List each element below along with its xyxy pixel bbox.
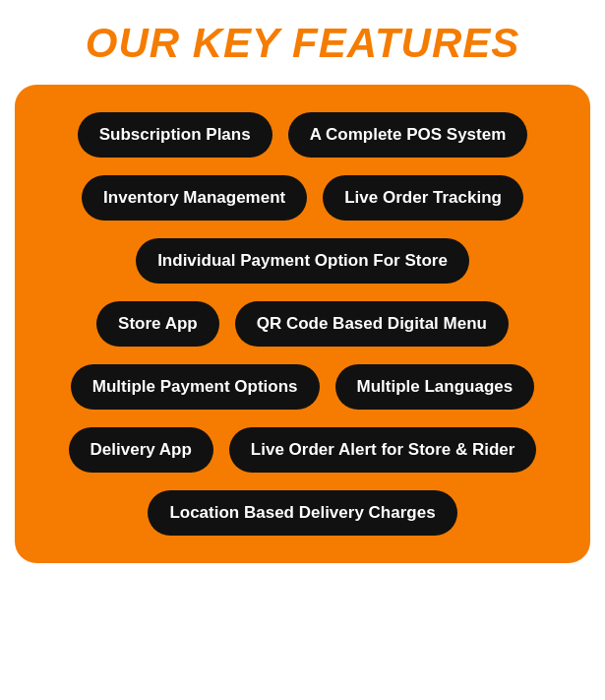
feature-row-row3: Individual Payment Option For Store	[42, 238, 563, 284]
badge-inventory-management: Inventory Management	[82, 175, 307, 221]
feature-row-row7: Location Based Delivery Charges	[42, 490, 563, 536]
feature-row-row5: Multiple Payment OptionsMultiple Languag…	[42, 364, 563, 410]
badge-multiple-languages: Multiple Languages	[335, 364, 535, 410]
feature-row-row2: Inventory ManagementLive Order Tracking	[42, 175, 563, 221]
badge-complete-pos-system: A Complete POS System	[288, 112, 528, 158]
badge-live-order-tracking: Live Order Tracking	[323, 175, 523, 221]
badge-live-order-alert: Live Order Alert for Store & Rider	[229, 427, 537, 473]
feature-row-row1: Subscription PlansA Complete POS System	[42, 112, 563, 158]
features-card: Subscription PlansA Complete POS SystemI…	[15, 85, 590, 563]
badge-delivery-app: Delivery App	[69, 427, 213, 473]
feature-row-row6: Delivery AppLive Order Alert for Store &…	[42, 427, 563, 473]
page-title: OUR KEY FEATURES	[86, 20, 520, 67]
feature-row-row4: Store AppQR Code Based Digital Menu	[42, 301, 563, 347]
badge-individual-payment-option: Individual Payment Option For Store	[136, 238, 469, 284]
badge-store-app: Store App	[96, 301, 219, 347]
badge-qr-code-digital-menu: QR Code Based Digital Menu	[235, 301, 509, 347]
badge-location-based-delivery: Location Based Delivery Charges	[148, 490, 456, 536]
badge-subscription-plans: Subscription Plans	[78, 112, 272, 158]
badge-multiple-payment-options: Multiple Payment Options	[71, 364, 320, 410]
